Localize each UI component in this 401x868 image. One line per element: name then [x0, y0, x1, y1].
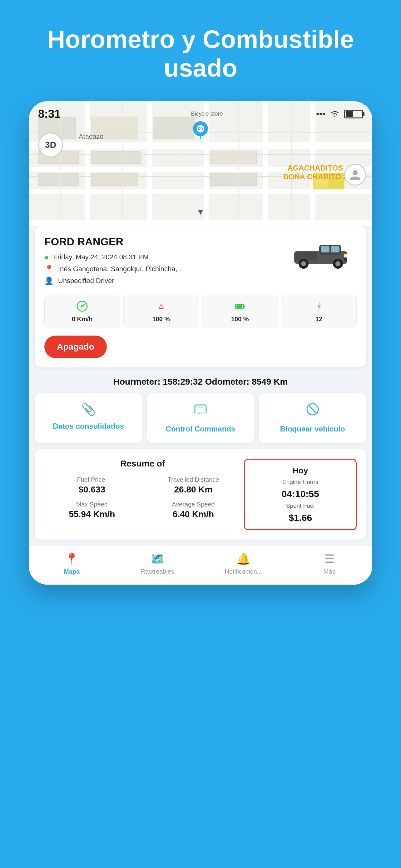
- driver-icon: 👤: [44, 277, 54, 285]
- spent-fuel-label: Spent Fuel: [286, 502, 315, 509]
- svg-rect-54: [197, 407, 204, 407]
- status-icons: ▪▪▪: [316, 109, 363, 119]
- wifi-icon: [329, 109, 340, 119]
- hoy-title: Hoy: [293, 466, 308, 475]
- svg-text:🛍: 🛍: [198, 126, 203, 131]
- resume-grid: Fuel Price: $0.633 Travelled Distance 26…: [44, 476, 241, 519]
- resume-item-distance: Travelled Distance 26.80 Km: [146, 476, 241, 495]
- metric-battery: 100 %: [202, 294, 278, 328]
- resume-item-avg-speed: Average Speed 6.40 Km/h: [146, 501, 241, 519]
- distance-label: Travelled Distance: [146, 476, 241, 484]
- metrics-row: 0 Km/h 100 %: [44, 294, 357, 328]
- map-location-pin: 🛍: [191, 120, 210, 143]
- svg-rect-21: [29, 154, 372, 155]
- nav-mapa[interactable]: 📍 Mapa: [29, 552, 114, 575]
- control-icon: [194, 402, 207, 419]
- svg-point-40: [335, 261, 340, 266]
- metric-signal: 100 %: [123, 294, 199, 328]
- svg-rect-15: [38, 173, 79, 186]
- datos-icon: 📎: [81, 402, 96, 416]
- bloquear-label: Bloquear vehículo: [280, 424, 345, 434]
- nav-notificaciones-label: Notificacion...: [225, 568, 262, 575]
- svg-point-47: [161, 308, 162, 309]
- resume-left: Resume of Fuel Price: $0.633 Travelled D…: [44, 459, 241, 530]
- vehicle-driver: Unspecified Driver: [58, 277, 114, 285]
- svg-rect-49: [236, 305, 242, 308]
- signal-strength-icon: [155, 300, 167, 314]
- svg-rect-55: [197, 409, 202, 409]
- status-bar: 8:31 ▪▪▪: [38, 107, 363, 121]
- nav-mapa-icon: 📍: [65, 552, 79, 565]
- nav-mapa-label: Mapa: [64, 568, 80, 575]
- action-control[interactable]: Control Commands: [147, 393, 254, 443]
- svg-rect-13: [91, 151, 141, 164]
- nav-rastreables-label: Rastreables: [141, 568, 174, 575]
- svg-rect-42: [344, 258, 347, 261]
- hero-title: Horometro y Combustible usado: [0, 0, 401, 101]
- svg-rect-17: [210, 173, 257, 186]
- svg-point-38: [301, 261, 306, 266]
- vehicle-datetime: Friday, May 24, 2024 08:31 PM: [54, 253, 149, 261]
- svg-rect-3: [29, 189, 372, 194]
- svg-point-31: [353, 170, 358, 175]
- resume-section: Resume of Fuel Price: $0.633 Travelled D…: [35, 449, 366, 539]
- signal-icon: ▪▪▪: [316, 109, 326, 119]
- resume-title: Resume of: [44, 459, 241, 469]
- bloquear-icon: [306, 402, 320, 419]
- map-chevron[interactable]: ▼: [196, 207, 205, 217]
- vehicle-address: Inés Gangotena, Sangolquí, Pichincha, ..…: [58, 265, 185, 273]
- max-speed-label: Max Speed: [44, 501, 140, 508]
- svg-rect-35: [331, 246, 339, 252]
- map-area: 8:31 ▪▪▪ 3D: [29, 101, 372, 220]
- nav-rastreables[interactable]: 🗺️ Rastreables: [114, 552, 201, 575]
- action-cards: 📎 Datos consolidados Control Commands: [29, 393, 372, 449]
- phone-frame: 8:31 ▪▪▪ 3D: [29, 101, 372, 585]
- vehicle-image: [288, 236, 357, 273]
- svg-point-53: [199, 413, 200, 414]
- svg-rect-34: [321, 246, 330, 252]
- map-3d-button[interactable]: 3D: [38, 132, 63, 157]
- nav-mas[interactable]: ☰ Más: [287, 552, 372, 575]
- nav-notificaciones-icon: 🔔: [236, 552, 250, 565]
- svg-rect-41: [344, 254, 347, 257]
- svg-rect-16: [91, 173, 138, 186]
- hourmeter-bar: Hourmeter: 158:29:32 Odometer: 8549 Km: [29, 367, 372, 393]
- svg-rect-52: [195, 412, 206, 414]
- datos-label: Datos consolidados: [53, 421, 124, 431]
- status-time: 8:31: [38, 107, 61, 121]
- battery-value: 100 %: [231, 316, 249, 323]
- max-speed-value: 55.94 Km/h: [44, 509, 140, 519]
- spent-fuel-value: $1.66: [289, 513, 312, 523]
- phone-content: FORD RANGER ● Friday, May 24, 2024 08:31…: [29, 226, 372, 585]
- metric-charge: 12: [281, 294, 357, 328]
- battery-icon: [344, 110, 363, 118]
- action-datos[interactable]: 📎 Datos consolidados: [35, 393, 142, 443]
- svg-line-57: [308, 405, 317, 414]
- svg-rect-14: [210, 151, 257, 164]
- resume-item-fuel-price: Fuel Price: $0.633: [44, 476, 140, 495]
- avg-speed-value: 6.40 Km/h: [146, 509, 241, 519]
- engine-hours-label: Engine Hours: [282, 479, 318, 486]
- svg-point-44: [81, 305, 83, 307]
- fuel-price-value: $0.633: [44, 485, 140, 495]
- map-place-label: AGACHADITOS DOÑA CHARITO 2: [283, 164, 347, 181]
- charge-value: 12: [315, 316, 322, 323]
- nav-notificaciones[interactable]: 🔔 Notificacion...: [201, 552, 287, 575]
- status-button[interactable]: Apagado: [44, 336, 107, 358]
- nav-mas-icon: ☰: [325, 552, 334, 565]
- vehicle-card: FORD RANGER ● Friday, May 24, 2024 08:31…: [35, 226, 366, 367]
- avg-speed-label: Average Speed: [146, 501, 241, 508]
- road-label-atacazo: Atacazo: [79, 132, 104, 141]
- speed-value: 0 Km/h: [72, 316, 93, 323]
- charge-icon: [312, 300, 325, 314]
- signal-value: 100 %: [152, 316, 170, 323]
- resume-hoy: Hoy Engine Hours 04:10:55 Spent Fuel $1.…: [244, 459, 357, 530]
- speed-icon: [76, 300, 89, 314]
- battery-full-icon: [234, 300, 246, 314]
- vehicle-name: FORD RANGER: [44, 236, 288, 248]
- location-icon: 📍: [44, 265, 54, 273]
- nav-rastreables-icon: 🗺️: [151, 552, 165, 565]
- svg-rect-50: [244, 306, 245, 307]
- distance-value: 26.80 Km: [146, 485, 241, 495]
- action-bloquear[interactable]: Bloquear vehículo: [259, 393, 366, 443]
